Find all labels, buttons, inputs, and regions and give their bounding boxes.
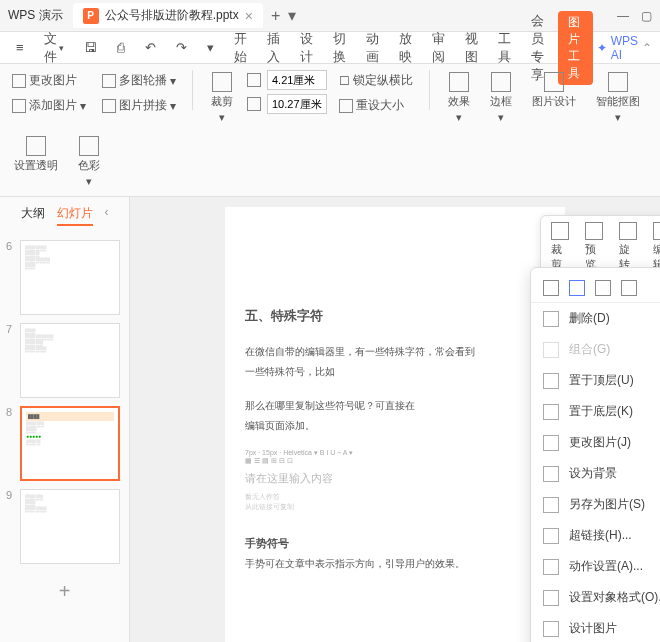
slide-text: 手势可在文章中表示指示方向，引导用户的效果。 xyxy=(245,557,545,571)
menu-view[interactable]: 视图 xyxy=(457,26,486,70)
dropdown-icon[interactable]: ▾ xyxy=(199,36,222,59)
slide-panel: 大纲 幻灯片 ‹ 6░░░░░░░░░░░░░░░░░░░░ 7░░░░░░░░… xyxy=(0,197,130,642)
collapse-ribbon-icon[interactable]: ⌃ xyxy=(642,41,652,55)
maximize-icon[interactable]: ▢ xyxy=(641,9,652,23)
doc-title: 公众号排版进阶教程.pptx xyxy=(105,7,239,24)
cm-action-settings[interactable]: 动作设置(A)... xyxy=(531,551,660,582)
cm-send-back[interactable]: 置于底层(K)› xyxy=(531,396,660,427)
slide-text: 那么在哪里复制这些符号呢？可直接在 xyxy=(245,399,545,413)
cm-group: 组合(G)› xyxy=(531,334,660,365)
transparent-button[interactable]: 设置透明 xyxy=(8,134,64,190)
redo-icon[interactable]: ↷ xyxy=(168,36,195,59)
tab-outline[interactable]: 大纲 xyxy=(21,205,45,226)
slide-heading: 五、特殊字符 xyxy=(245,307,545,325)
height-input[interactable] xyxy=(267,94,327,114)
menu-transition[interactable]: 切换 xyxy=(325,26,354,70)
cm-delete[interactable]: 删除(D)› xyxy=(531,303,660,334)
menu-tools[interactable]: 工具 xyxy=(490,26,519,70)
cm-format-object[interactable]: 设置对象格式(O)... xyxy=(531,582,660,613)
slide-thumb-8[interactable]: ████░░░░░░░░●●●●●░░░░ xyxy=(20,406,120,481)
image-design-button[interactable]: 图片设计 xyxy=(526,70,582,126)
tab-menu-button[interactable]: ▾ xyxy=(288,6,296,25)
cut-icon[interactable] xyxy=(569,280,585,296)
width-icon xyxy=(247,73,261,87)
slide: 五、特殊字符 在微信自带的编辑器里，有一些特殊字符，常会看到 一些特殊符号，比如… xyxy=(225,207,565,642)
wps-ai-button[interactable]: ✦ WPS AI xyxy=(597,34,638,62)
copy-icon[interactable] xyxy=(543,280,559,296)
menubar: ≡ 文件▾ 🖫 ⎙ ↶ ↷ ▾ 开始 插入 设计 切换 动画 放映 审阅 视图 … xyxy=(0,32,660,64)
multi-carousel-button[interactable]: 多图轮播 ▾ xyxy=(98,70,180,91)
lock-ratio-checkbox[interactable]: ☐ 锁定纵横比 xyxy=(335,70,417,91)
color-button[interactable]: 色彩▾ xyxy=(72,134,106,190)
cm-save-as-image[interactable]: 另存为图片(S)› xyxy=(531,489,660,520)
width-input[interactable] xyxy=(267,70,327,90)
add-slide-button[interactable]: + xyxy=(6,572,123,611)
border-button[interactable]: 边框▾ xyxy=(484,70,518,126)
cm-set-background[interactable]: 设为背景 xyxy=(531,458,660,489)
close-tab-icon[interactable]: × xyxy=(245,8,253,24)
slide-thumb-7[interactable]: ░░░░░░░░░░░░░░░░░░░░░░ xyxy=(20,323,120,398)
app-name: WPS 演示 xyxy=(8,7,63,24)
image-stitch-button[interactable]: 图片拼接 ▾ xyxy=(98,95,180,116)
collapse-panel-icon[interactable]: ‹ xyxy=(105,205,109,226)
tab-slides[interactable]: 幻灯片 xyxy=(57,205,93,226)
menu-start[interactable]: 开始 xyxy=(226,26,255,70)
effect-button[interactable]: 效果▾ xyxy=(442,70,476,126)
crop-button[interactable]: 裁剪▾ xyxy=(205,70,239,126)
slide-thumb-9[interactable]: ░░░░░░░░░░░░░░ xyxy=(20,489,120,564)
menu-animation[interactable]: 动画 xyxy=(358,26,387,70)
slide-text: 一些特殊符号，比如 xyxy=(245,365,545,379)
undo-icon[interactable]: ↶ xyxy=(137,36,164,59)
cm-change-image[interactable]: 更改图片(J)› xyxy=(531,427,660,458)
slide-text: 编辑页面添加。 xyxy=(245,419,545,433)
cm-design-image[interactable]: 设计图片 xyxy=(531,613,660,642)
change-image-button[interactable]: 更改图片 xyxy=(8,70,90,91)
menu-insert[interactable]: 插入 xyxy=(259,26,288,70)
menu-slideshow[interactable]: 放映 xyxy=(391,26,420,70)
reset-size-button[interactable]: 重设大小 xyxy=(335,95,417,116)
slide-placeholder: 请在这里输入内容 xyxy=(245,471,545,486)
paste-icon[interactable] xyxy=(595,280,611,296)
add-image-button[interactable]: 添加图片 ▾ xyxy=(8,95,90,116)
float-rotate-button[interactable]: 旋转 xyxy=(619,222,637,272)
menu-review[interactable]: 审阅 xyxy=(424,26,453,70)
context-menu: 删除(D)› 组合(G)› 置于顶层(U)› 置于底层(K)› 更改图片(J)›… xyxy=(530,267,660,642)
new-tab-button[interactable]: + xyxy=(271,7,280,25)
slide-thumb-6[interactable]: ░░░░░░░░░░░░░░░░░░░░ xyxy=(20,240,120,315)
ai-cutout-button[interactable]: 智能抠图▾ xyxy=(590,70,646,126)
paste-text-icon[interactable] xyxy=(621,280,637,296)
menu-design[interactable]: 设计 xyxy=(292,26,321,70)
ribbon-toolbar: 更改图片 添加图片 ▾ 多图轮播 ▾ 图片拼接 ▾ 裁剪▾ ☐ 锁定纵横比 重设… xyxy=(0,64,660,197)
slide-canvas[interactable]: 五、特殊字符 在微信自带的编辑器里，有一些特殊字符，常会看到 一些特殊符号，比如… xyxy=(130,197,660,642)
slide-subheading: 手势符号 xyxy=(245,536,545,551)
float-crop-button[interactable]: 裁剪 xyxy=(551,222,569,272)
save-icon[interactable]: 🖫 xyxy=(76,36,105,59)
slide-text: 在微信自带的编辑器里，有一些特殊字符，常会看到 xyxy=(245,345,545,359)
print-icon[interactable]: ⎙ xyxy=(109,36,133,59)
file-menu[interactable]: 文件▾ xyxy=(36,26,72,70)
cm-hyperlink[interactable]: 超链接(H)...Ctrl+K xyxy=(531,520,660,551)
doc-tab[interactable]: P 公众号排版进阶教程.pptx × xyxy=(73,3,263,28)
ppt-icon: P xyxy=(83,8,99,24)
height-icon xyxy=(247,97,261,111)
minimize-icon[interactable]: — xyxy=(617,9,629,23)
cm-bring-front[interactable]: 置于顶层(U)› xyxy=(531,365,660,396)
float-edit-button[interactable]: 编辑 xyxy=(653,222,660,272)
float-preview-button[interactable]: 预览 xyxy=(585,222,603,272)
menu-dropdown-icon[interactable]: ≡ xyxy=(8,36,32,59)
